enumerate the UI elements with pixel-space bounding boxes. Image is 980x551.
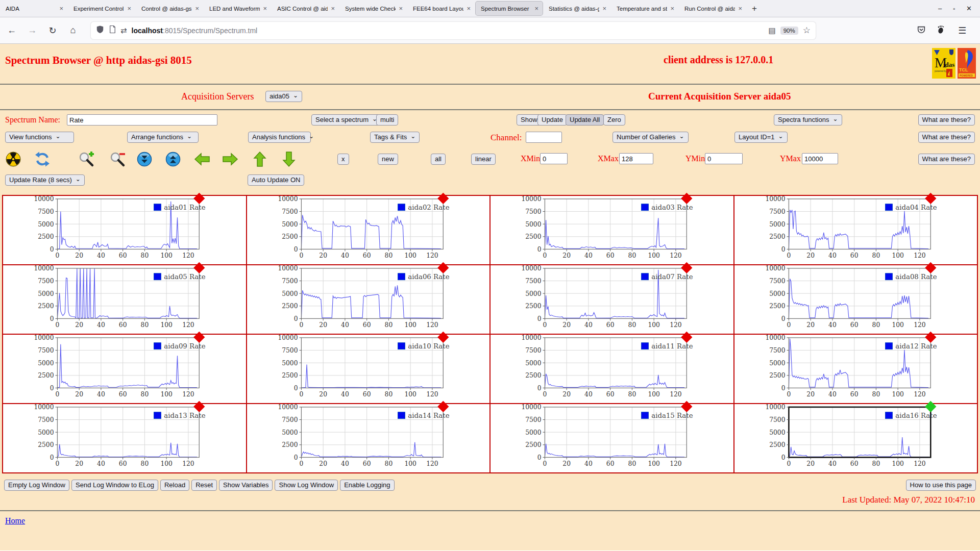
channel-input[interactable]: [526, 132, 562, 143]
zoom-in-icon[interactable]: [78, 151, 94, 167]
spectrum-cell[interactable]: 025005000750010000020406080100120aida14 …: [247, 404, 491, 473]
ymax-input[interactable]: [802, 153, 838, 164]
select-spectrum-dropdown[interactable]: Select a spectrum: [311, 114, 381, 126]
down-arrow-icon[interactable]: [281, 151, 297, 167]
reader-mode-icon[interactable]: ▤: [769, 26, 776, 35]
home-icon[interactable]: ⌂: [66, 25, 80, 36]
permissions-swap-icon[interactable]: ⇄: [120, 26, 127, 35]
what-are-these-button[interactable]: What are these?: [918, 132, 975, 143]
home-link[interactable]: Home: [5, 516, 25, 525]
spectrum-cell[interactable]: 025005000750010000020406080100120aida12 …: [734, 334, 978, 404]
pocket-icon[interactable]: [917, 25, 926, 36]
how-to-use-button[interactable]: How to use this page: [906, 480, 976, 491]
linear-button[interactable]: linear: [471, 154, 496, 165]
spectrum-cell[interactable]: 025005000750010000020406080100120aida10 …: [247, 334, 491, 404]
tags-fits-dropdown[interactable]: Tags & Fits: [370, 132, 420, 143]
number-of-galleries-dropdown[interactable]: Number of Galleries: [612, 132, 689, 143]
what-are-these-button[interactable]: What are these?: [918, 154, 975, 165]
browser-tab[interactable]: Experiment Control×: [68, 2, 135, 15]
spectrum-cell[interactable]: 025005000750010000020406080100120aida09 …: [3, 334, 247, 404]
browser-tab[interactable]: FEE64 board Layou×: [408, 2, 475, 15]
tab-close-icon[interactable]: ×: [533, 5, 540, 12]
multi-button[interactable]: multi: [376, 114, 398, 126]
spectrum-cell[interactable]: 025005000750010000020406080100120aida07 …: [490, 265, 734, 334]
browser-tab[interactable]: AIDA×: [1, 2, 67, 15]
spectrum-name-input[interactable]: [67, 114, 217, 126]
update-all-button[interactable]: Update All: [566, 114, 604, 126]
tab-close-icon[interactable]: ×: [58, 5, 64, 12]
xmax-input[interactable]: [619, 153, 653, 164]
window-close-button[interactable]: ✕: [966, 5, 972, 12]
tab-close-icon[interactable]: ×: [398, 5, 404, 12]
browser-tab[interactable]: Spectrum Browser×: [476, 2, 543, 15]
scroll-up-icon[interactable]: [165, 151, 181, 167]
url-bar[interactable]: ⇄ localhost:8015/Spectrum/Spectrum.tml ▤…: [91, 22, 816, 39]
zero-button[interactable]: Zero: [603, 114, 625, 126]
url-text[interactable]: localhost:8015/Spectrum/Spectrum.tml: [132, 27, 764, 35]
window-minimize-button[interactable]: –: [938, 5, 942, 12]
tab-close-icon[interactable]: ×: [194, 5, 200, 12]
send-log-to-elog-button[interactable]: Send Log Window to ELog: [71, 480, 158, 491]
gnome-extension-icon[interactable]: [936, 25, 945, 36]
hamburger-menu-icon[interactable]: ☰: [955, 25, 969, 36]
browser-tab[interactable]: ASIC Control @ aid×: [272, 2, 339, 15]
show-variables-button[interactable]: Show Variables: [219, 480, 273, 491]
prev-arrow-icon[interactable]: [194, 151, 210, 167]
bookmark-star-icon[interactable]: ☆: [803, 25, 811, 36]
all-button[interactable]: all: [431, 154, 446, 165]
enable-logging-button[interactable]: Enable Logging: [340, 480, 394, 491]
spectrum-cell[interactable]: 025005000750010000020406080100120aida15 …: [490, 404, 734, 473]
spectrum-cell[interactable]: 025005000750010000020406080100120aida11 …: [490, 334, 734, 404]
acquisition-server-select[interactable]: aida05: [265, 91, 302, 102]
reset-button[interactable]: Reset: [191, 480, 217, 491]
back-icon[interactable]: ←: [5, 25, 18, 36]
scroll-down-icon[interactable]: [136, 151, 153, 167]
reload-icon[interactable]: ↻: [46, 25, 59, 36]
view-functions-dropdown[interactable]: View functions: [5, 132, 74, 143]
refresh-icon[interactable]: [34, 151, 51, 167]
spectrum-cell[interactable]: 025005000750010000020406080100120aida06 …: [247, 265, 491, 334]
update-rate-dropdown[interactable]: Update Rate (8 secs): [5, 174, 85, 186]
browser-tab[interactable]: Control @ aidas-gs×: [136, 2, 203, 15]
up-arrow-icon[interactable]: [252, 151, 268, 167]
tab-close-icon[interactable]: ×: [669, 5, 675, 12]
tab-close-icon[interactable]: ×: [126, 5, 132, 12]
spectrum-cell[interactable]: 025005000750010000020406080100120aida04 …: [734, 195, 978, 265]
new-button[interactable]: new: [378, 154, 398, 165]
spectra-functions-dropdown[interactable]: Spectra functions: [774, 114, 842, 126]
forward-icon[interactable]: →: [26, 25, 39, 36]
tab-close-icon[interactable]: ×: [601, 5, 607, 12]
next-arrow-icon[interactable]: [222, 151, 238, 167]
browser-tab[interactable]: System wide Check×: [340, 2, 407, 15]
spectrum-cell[interactable]: 025005000750010000020406080100120aida08 …: [734, 265, 978, 334]
what-are-these-button[interactable]: What are these?: [918, 114, 975, 126]
browser-tab[interactable]: Run Control @ aida×: [679, 2, 746, 15]
empty-log-window-button[interactable]: Empty Log Window: [4, 480, 69, 491]
window-maximize-button[interactable]: ▫: [953, 6, 955, 12]
tab-close-icon[interactable]: ×: [465, 5, 472, 12]
tab-close-icon[interactable]: ×: [737, 5, 743, 12]
analysis-functions-dropdown[interactable]: Analysis functions: [248, 132, 311, 143]
new-tab-button[interactable]: +: [747, 0, 762, 17]
x-axis-button[interactable]: x: [337, 154, 349, 165]
zoom-level-badge[interactable]: 90%: [780, 27, 798, 35]
ymin-input[interactable]: [705, 153, 743, 164]
tab-close-icon[interactable]: ×: [262, 5, 268, 12]
spectrum-cell[interactable]: 025005000750010000020406080100120aida13 …: [3, 404, 247, 473]
layout-id-dropdown[interactable]: Layout ID=1: [734, 132, 788, 143]
auto-update-button[interactable]: Auto Update ON: [248, 174, 304, 186]
tab-close-icon[interactable]: ×: [330, 5, 336, 12]
xmin-input[interactable]: [540, 153, 568, 164]
spectrum-cell[interactable]: 025005000750010000020406080100120aida02 …: [247, 195, 491, 265]
reload-button[interactable]: Reload: [160, 480, 189, 491]
spectrum-cell[interactable]: 025005000750010000020406080100120aida01 …: [3, 195, 247, 265]
shield-icon[interactable]: [96, 25, 104, 36]
page-info-icon[interactable]: [109, 25, 116, 36]
spectrum-cell[interactable]: 025005000750010000020406080100120aida05 …: [3, 265, 247, 334]
browser-tab[interactable]: Temperature and st×: [611, 2, 678, 15]
spectrum-cell[interactable]: 025005000750010000020406080100120aida16 …: [734, 404, 978, 473]
arrange-functions-dropdown[interactable]: Arrange functions: [127, 132, 199, 143]
zoom-out-icon[interactable]: [109, 151, 126, 167]
browser-tab[interactable]: Statistics @ aidas-g×: [544, 2, 610, 15]
update-button[interactable]: Update: [537, 114, 567, 126]
